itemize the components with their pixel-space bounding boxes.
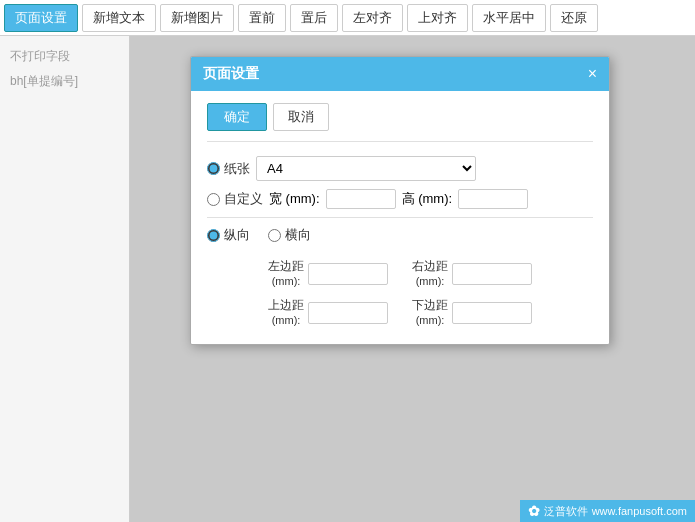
move-back-button[interactable]: 置后 bbox=[290, 4, 338, 32]
page-setup-button[interactable]: 页面设置 bbox=[4, 4, 78, 32]
left-margin-sub: (mm): bbox=[268, 275, 304, 287]
right-margin-input[interactable] bbox=[452, 263, 532, 285]
watermark-icon: ✿ bbox=[528, 503, 540, 519]
orientation-row: 纵向 横向 bbox=[207, 226, 593, 244]
bottom-margin-sub: (mm): bbox=[412, 314, 448, 326]
dialog-action-buttons: 确定 取消 bbox=[207, 103, 593, 142]
add-image-button[interactable]: 新增图片 bbox=[160, 4, 234, 32]
left-margin-label: 左边距 bbox=[268, 258, 304, 275]
no-print-label: 不打印字段 bbox=[4, 44, 125, 69]
left-margin-input[interactable] bbox=[308, 263, 388, 285]
watermark-bar: ✿ 泛普软件 www.fanpusoft.com bbox=[520, 500, 695, 522]
toolbar: 页面设置新增文本新增图片置前置后左对齐上对齐水平居中还原 bbox=[0, 0, 695, 36]
top-margin-sub: (mm): bbox=[268, 314, 304, 326]
landscape-radio[interactable] bbox=[268, 229, 281, 242]
custom-row: 自定义 宽 (mm): 高 (mm): bbox=[207, 189, 593, 209]
align-center-button[interactable]: 水平居中 bbox=[472, 4, 546, 32]
top-margin-item: 上边距 (mm): bbox=[217, 297, 388, 328]
add-text-button[interactable]: 新增文本 bbox=[82, 4, 156, 32]
align-top-button[interactable]: 上对齐 bbox=[407, 4, 468, 32]
top-margin-label: 上边距 bbox=[268, 297, 304, 314]
portrait-radio-label[interactable]: 纵向 bbox=[207, 226, 250, 244]
custom-label: 自定义 bbox=[224, 190, 263, 208]
landscape-label: 横向 bbox=[285, 226, 311, 244]
width-input[interactable] bbox=[326, 189, 396, 209]
left-panel: 不打印字段 bh[单提编号] bbox=[0, 36, 130, 522]
paper-radio-label[interactable]: 纸张 bbox=[207, 160, 250, 178]
right-margin-item: 右边距 (mm): bbox=[412, 258, 583, 289]
move-front-button[interactable]: 置前 bbox=[238, 4, 286, 32]
dialog-title: 页面设置 bbox=[203, 65, 259, 83]
restore-button[interactable]: 还原 bbox=[550, 4, 598, 32]
modal-overlay: 页面设置 × 确定 取消 纸张 bbox=[130, 36, 695, 522]
watermark-name: 泛普软件 bbox=[544, 504, 588, 519]
right-margin-sub: (mm): bbox=[412, 275, 448, 287]
content-area: 页面设置 × 确定 取消 纸张 bbox=[130, 36, 695, 522]
paper-select[interactable]: A4 A3 B5 Letter bbox=[256, 156, 476, 181]
bottom-margin-item: 下边距 (mm): bbox=[412, 297, 583, 328]
align-left-button[interactable]: 左对齐 bbox=[342, 4, 403, 32]
left-margin-item: 左边距 (mm): bbox=[217, 258, 388, 289]
top-margin-input[interactable] bbox=[308, 302, 388, 324]
width-label: 宽 (mm): bbox=[269, 190, 320, 208]
height-label: 高 (mm): bbox=[402, 190, 453, 208]
bh-label: bh[单提编号] bbox=[4, 69, 125, 94]
bottom-margin-input[interactable] bbox=[452, 302, 532, 324]
landscape-radio-label[interactable]: 横向 bbox=[268, 226, 311, 244]
watermark-url: www.fanpusoft.com bbox=[592, 505, 687, 517]
height-input[interactable] bbox=[458, 189, 528, 209]
paper-radio[interactable] bbox=[207, 162, 220, 175]
main-area: 不打印字段 bh[单提编号] 页面设置 × 确定 取消 bbox=[0, 36, 695, 522]
paper-row: 纸张 A4 A3 B5 Letter bbox=[207, 156, 593, 181]
cancel-button[interactable]: 取消 bbox=[273, 103, 329, 131]
divider bbox=[207, 217, 593, 218]
ok-button[interactable]: 确定 bbox=[207, 103, 267, 131]
portrait-radio[interactable] bbox=[207, 229, 220, 242]
right-margin-label: 右边距 bbox=[412, 258, 448, 275]
portrait-label: 纵向 bbox=[224, 226, 250, 244]
margins-grid: 左边距 (mm): 右边距 (mm): bbox=[207, 258, 593, 328]
dialog-header: 页面设置 × bbox=[191, 57, 609, 91]
dialog-close-button[interactable]: × bbox=[588, 66, 597, 82]
page-setup-dialog: 页面设置 × 确定 取消 纸张 bbox=[190, 56, 610, 345]
bottom-margin-label: 下边距 bbox=[412, 297, 448, 314]
custom-radio-label[interactable]: 自定义 bbox=[207, 190, 263, 208]
dialog-body: 确定 取消 纸张 A4 A3 B5 Letter bbox=[191, 91, 609, 344]
paper-label: 纸张 bbox=[224, 160, 250, 178]
custom-radio[interactable] bbox=[207, 193, 220, 206]
